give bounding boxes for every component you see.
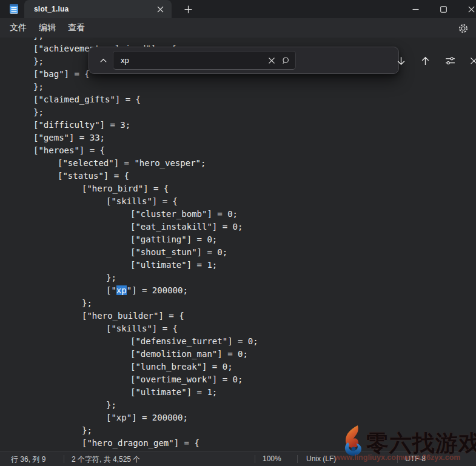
code-line: ["overtime_work"] = 0; <box>0 373 476 386</box>
tab-close-icon[interactable] <box>155 4 166 15</box>
status-bar: 行 36, 列 9 2 个字符, 共 4,525 个 100% Unix (LF… <box>0 451 476 466</box>
find-dialog <box>89 47 399 74</box>
code-line: ["gattling"] = 0; <box>0 233 476 246</box>
code-line: ["status"] = { <box>0 170 476 182</box>
menu-view[interactable]: 查看 <box>63 19 90 36</box>
code-line: ["ultimate"] = 1; <box>0 386 476 399</box>
separator <box>64 455 64 463</box>
zoom-level[interactable]: 100% <box>263 454 281 463</box>
code-line: ["claimed_gifts"] = { <box>0 93 476 106</box>
code-line: ["hero_builder"] = { <box>0 310 476 322</box>
find-close-icon[interactable] <box>463 51 476 71</box>
maximize-button[interactable] <box>429 0 457 18</box>
find-input-wrap <box>113 51 296 70</box>
line-ending[interactable]: Unix (LF) <box>306 454 336 463</box>
code-line: }; <box>0 399 476 411</box>
code-line: ["lunch_break"] = 0; <box>0 361 476 373</box>
code-line: ["defensive_turret"] = 0; <box>0 335 476 348</box>
code-line: ["skills"] = { <box>0 195 476 208</box>
code-line: }; <box>0 106 476 119</box>
close-button[interactable] <box>457 0 476 18</box>
code-line: ["skills"] = { <box>0 322 476 335</box>
code-line: ["difficulty"] = 3; <box>0 119 476 131</box>
find-options-filter-sliders-icon[interactable] <box>440 51 460 71</box>
notepad-window: slot_1.lua 文件 编辑 查看 <box>0 0 476 466</box>
menu-edit[interactable]: 编辑 <box>34 19 61 36</box>
code-line: ["cluster_bomb"] = 0; <box>0 208 476 221</box>
separator <box>255 455 255 463</box>
find-next-arrow-down-icon[interactable] <box>391 51 411 71</box>
new-tab-button[interactable] <box>179 1 196 17</box>
settings-gear-icon[interactable] <box>454 21 472 36</box>
menubar: 文件 编辑 查看 <box>0 18 476 38</box>
search-icon[interactable] <box>281 56 291 65</box>
find-match-highlight: xp <box>116 285 127 295</box>
code-area: };["achievements_claimed"] = {};["bag"] … <box>0 38 476 450</box>
char-count: 2 个字符, 共 4,525 个 <box>72 454 140 465</box>
tab-title: slot_1.lua <box>34 5 69 13</box>
code-line: ["shout_stun"] = 0; <box>0 246 476 259</box>
code-line: ["hero_bird"] = { <box>0 182 476 195</box>
cursor-position: 行 36, 列 9 <box>11 454 45 465</box>
notepad-app-icon <box>8 3 20 15</box>
separator <box>297 455 298 463</box>
code-line: ["ultimate"] = 1; <box>0 259 476 271</box>
code-line: }; <box>0 297 476 310</box>
clear-search-icon[interactable] <box>267 56 277 65</box>
menu-file[interactable]: 文件 <box>5 19 32 36</box>
code-line: ["xp"] = 200000; <box>0 284 476 297</box>
code-line: }; <box>0 424 476 437</box>
encoding[interactable]: UTF-8 <box>405 454 426 463</box>
minimize-button[interactable] <box>401 0 429 18</box>
text-editor[interactable]: };["achievements_claimed"] = {};["bag"] … <box>0 38 476 451</box>
code-line: }; <box>0 271 476 284</box>
find-previous-arrow-up-icon[interactable] <box>415 51 435 71</box>
code-line: }; <box>0 38 476 42</box>
window-controls <box>401 0 476 18</box>
code-line: ["heroes"] = { <box>0 144 476 157</box>
code-line: ["hero_dragon_gem"] = { <box>0 437 476 450</box>
code-line: }; <box>0 81 476 93</box>
expand-replace-chevron-up-icon[interactable] <box>93 51 113 71</box>
code-line: ["selected"] = "hero_vesper"; <box>0 157 476 170</box>
titlebar: slot_1.lua <box>0 0 476 18</box>
code-line: ["gems"] = 33; <box>0 131 476 144</box>
tab-slot-1-lua[interactable]: slot_1.lua <box>24 0 172 18</box>
code-line: ["xp"] = 200000; <box>0 411 476 424</box>
code-line: ["eat_instakill"] = 0; <box>0 221 476 233</box>
separator <box>397 455 398 463</box>
code-line: ["demolition_man"] = 0; <box>0 348 476 361</box>
